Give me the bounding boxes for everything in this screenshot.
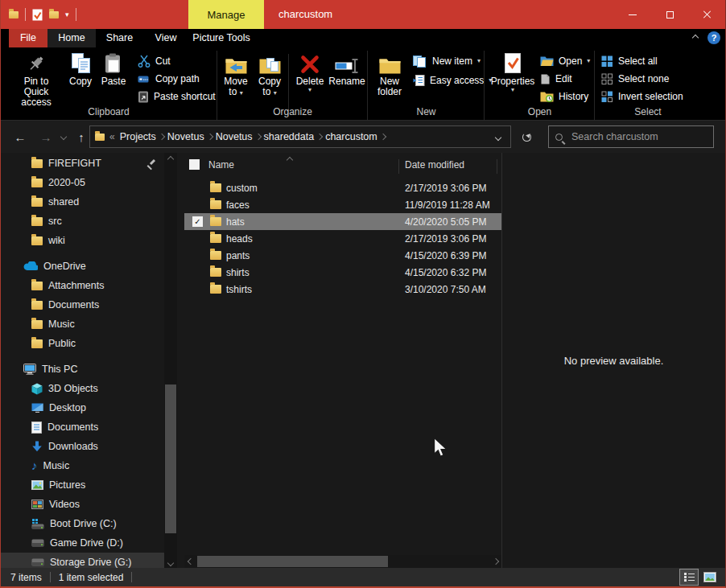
breadcrumb-overflow-icon[interactable]: «: [108, 131, 117, 142]
copy-button[interactable]: Copy: [65, 51, 96, 87]
sidebar-item-storage-drive-g[interactable]: Storage Drive (G:): [1, 553, 164, 568]
breadcrumb-segment[interactable]: Novetus: [164, 131, 208, 142]
address-dropdown-chevron-icon[interactable]: [491, 131, 505, 142]
copy-path-button[interactable]: Copy path: [138, 71, 200, 87]
search-input[interactable]: [570, 130, 707, 143]
search-box[interactable]: [548, 125, 714, 148]
file-row-custom[interactable]: custom 2/17/2019 3:06 PM: [184, 179, 501, 196]
breadcrumb-segment[interactable]: charcustom: [322, 131, 381, 142]
breadcrumb-separator-icon[interactable]: [379, 134, 386, 140]
sidebar-item-shared[interactable]: shared: [1, 192, 164, 212]
address-bar[interactable]: « Projects Novetus Novetus shareddata ch…: [89, 125, 511, 148]
breadcrumb-segment[interactable]: Projects: [117, 131, 159, 142]
paste-button[interactable]: Paste: [97, 51, 130, 87]
move-to-button[interactable]: Move to ▾: [221, 51, 251, 97]
sidebar-item-firefight[interactable]: FIREFIGHT: [1, 154, 164, 173]
new-item-button[interactable]: New item ▾: [413, 53, 481, 69]
scroll-right-icon[interactable]: [489, 555, 501, 568]
file-row-hats-selected[interactable]: ✓ hats 4/20/2020 5:05 PM: [184, 213, 501, 230]
sidebar-item-boot-drive-c[interactable]: Boot Drive (C:): [1, 514, 164, 533]
sidebar-item-music[interactable]: ♪ Music: [1, 456, 164, 475]
sidebar-item-attachments[interactable]: Attachments: [1, 276, 164, 295]
select-all-checkbox[interactable]: [189, 159, 200, 170]
name-column-header[interactable]: Name: [208, 159, 234, 171]
help-icon[interactable]: ?: [707, 31, 720, 44]
sidebar-item-pictures[interactable]: Pictures: [1, 475, 164, 495]
sidebar-item-2020-05[interactable]: 2020-05: [1, 173, 164, 192]
tab-file[interactable]: File: [9, 29, 47, 47]
explorer-app-icon[interactable]: [9, 11, 19, 19]
delete-button[interactable]: Delete ▾: [292, 51, 328, 93]
sidebar-item-downloads[interactable]: Downloads: [1, 437, 164, 456]
refresh-button[interactable]: [516, 125, 537, 148]
move-to-icon: [225, 51, 247, 74]
sidebar-item-desktop[interactable]: Desktop: [1, 398, 164, 417]
back-button[interactable]: ←: [9, 121, 31, 153]
sidebar-item-this-pc[interactable]: This PC: [1, 360, 164, 379]
sidebar-item-wiki[interactable]: wiki: [1, 231, 164, 250]
horizontal-scrollbar-thumb[interactable]: [197, 556, 388, 567]
horizontal-scrollbar[interactable]: [184, 555, 501, 568]
sidebar-item-documents[interactable]: Documents: [1, 417, 164, 437]
sidebar-item-videos[interactable]: Videos: [1, 495, 164, 514]
large-icons-view-button[interactable]: [701, 569, 719, 585]
recent-locations-chevron-icon[interactable]: [57, 121, 70, 153]
column-divider[interactable]: [398, 159, 399, 174]
file-row-heads[interactable]: heads 2/17/2019 3:06 PM: [184, 230, 501, 247]
up-button[interactable]: ↑: [72, 121, 91, 153]
breadcrumb-segment[interactable]: shareddata: [261, 131, 318, 142]
sidebar-item-public[interactable]: Public: [1, 334, 164, 353]
open-button[interactable]: Open ▾: [540, 53, 590, 69]
sidebar-item-game-drive-d[interactable]: Game Drive (D:): [1, 533, 164, 553]
copy-to-button[interactable]: Copy to ▾: [254, 51, 285, 97]
tab-home[interactable]: Home: [47, 29, 96, 47]
select-none-button[interactable]: Select none: [601, 71, 669, 87]
minimize-button[interactable]: [614, 0, 651, 29]
new-folder-qat-icon[interactable]: [49, 11, 59, 19]
properties-qat-icon[interactable]: [32, 9, 43, 21]
sidebar-item-music-onedrive[interactable]: Music: [1, 315, 164, 334]
file-row-pants[interactable]: pants 4/15/2020 6:39 PM: [184, 247, 501, 264]
file-row-tshirts[interactable]: tshirts 3/10/2020 7:50 AM: [184, 281, 501, 298]
close-button[interactable]: [688, 0, 725, 29]
column-divider[interactable]: [497, 159, 497, 174]
folder-icon: [31, 320, 43, 329]
breadcrumb-segment[interactable]: Novetus: [212, 131, 256, 142]
search-icon: [555, 134, 563, 141]
sidebar-item-onedrive[interactable]: OneDrive: [1, 257, 164, 276]
manage-contextual-tab[interactable]: Manage: [188, 0, 264, 29]
minimize-ribbon-icon[interactable]: [692, 35, 699, 41]
sidebar-item-3d-objects[interactable]: 3D Objects: [1, 379, 164, 398]
select-all-button[interactable]: Select all: [601, 53, 658, 69]
scroll-up-icon[interactable]: [164, 153, 177, 165]
sidebar-item-documents-onedrive[interactable]: Documents: [1, 295, 164, 315]
tab-view[interactable]: View: [143, 29, 188, 47]
scroll-left-icon[interactable]: [184, 555, 196, 568]
paste-shortcut-button[interactable]: Paste shortcut: [138, 88, 216, 105]
row-checkbox-checked[interactable]: ✓: [192, 216, 203, 227]
file-row-shirts[interactable]: shirts 4/15/2020 6:32 PM: [184, 264, 501, 281]
properties-button[interactable]: Properties ▾: [490, 51, 535, 93]
invert-selection-button[interactable]: Invert selection: [601, 88, 683, 105]
tab-share[interactable]: Share: [96, 29, 143, 47]
easy-access-button[interactable]: Easy access ▾: [413, 72, 492, 88]
quick-access-toolbar: ▾: [9, 0, 76, 29]
pin-to-quick-access-button[interactable]: Pin to Quick access: [10, 51, 62, 108]
history-button[interactable]: History: [540, 88, 588, 105]
sidebar-scrollbar[interactable]: [164, 153, 177, 568]
cut-button[interactable]: Cut: [138, 53, 171, 69]
edit-button[interactable]: Edit: [540, 71, 572, 87]
forward-button[interactable]: →: [35, 121, 57, 153]
file-row-faces[interactable]: faces 11/9/2019 11:28 AM: [184, 196, 501, 213]
tab-picture-tools[interactable]: Picture Tools: [188, 29, 254, 47]
sidebar-scrollbar-thumb[interactable]: [165, 384, 176, 533]
details-view-button[interactable]: [680, 569, 698, 585]
maximize-button[interactable]: [651, 0, 688, 29]
large-icons-view-icon: [703, 572, 716, 582]
date-modified-column-header[interactable]: Date modified: [405, 159, 464, 171]
sidebar-item-src[interactable]: src: [1, 212, 164, 231]
new-folder-button[interactable]: New folder: [371, 51, 408, 97]
scroll-down-icon[interactable]: [164, 557, 177, 568]
rename-button[interactable]: Rename: [328, 51, 366, 87]
qat-customize-chevron-icon[interactable]: ▾: [65, 10, 69, 19]
